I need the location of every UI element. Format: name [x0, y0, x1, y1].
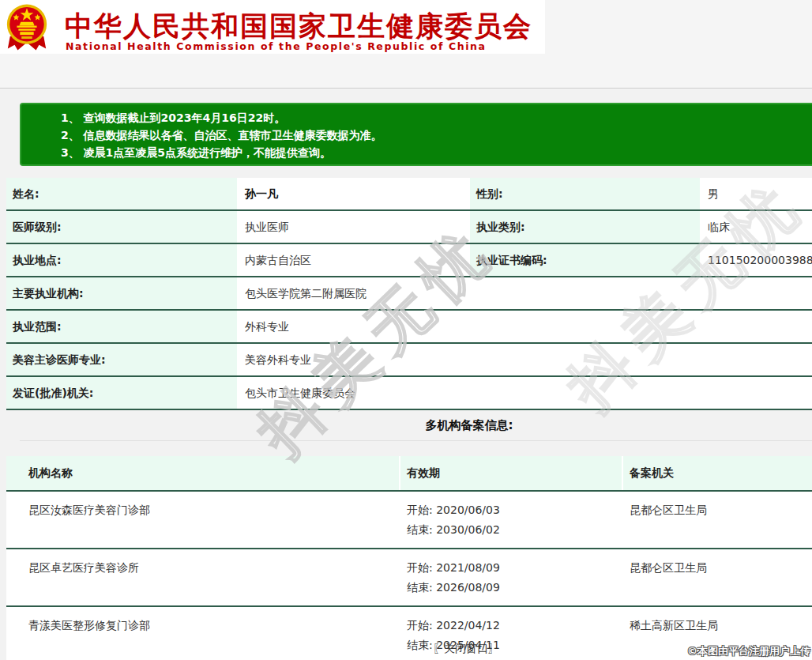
header: 中华人民共和国国家卫生健康委员会 National Health Commiss… [0, 0, 545, 54]
org-name: 昆区卓艺医疗美容诊所 [6, 549, 399, 605]
photo-credit-badge: ©本图由平台注册用户上传 [687, 644, 810, 658]
site-title-english: National Health Commission of the People… [66, 40, 539, 52]
validity-start: 开始: 2020/06/03 [407, 500, 615, 520]
column-header-org: 机构名称 [6, 456, 399, 490]
field-value: 执业医师 [239, 211, 468, 243]
field-label: 性别: [470, 178, 700, 209]
field-label: 医师级别: [6, 211, 237, 243]
multi-org-section-title: 多机构备案信息: [6, 418, 812, 433]
field-value: 孙一凡 [239, 178, 468, 209]
field-label: 执业范围: [6, 311, 237, 342]
field-label: 主要执业机构: [6, 277, 237, 309]
field-value: 外科专业 [239, 311, 812, 342]
field-label: 美容主诊医师专业: [6, 344, 237, 375]
field-value: 110150200003988 [701, 244, 812, 276]
table-row: 发证(批准)机关: 包头市卫生健康委员会 [6, 377, 812, 410]
notice-line-3: 3、 凌晨1点至凌晨5点系统进行维护，不能提供查询。 [61, 144, 812, 161]
table-row: 主要执业机构: 包头医学院第二附属医院 [6, 277, 812, 311]
field-value: 包头市卫生健康委员会 [239, 377, 812, 409]
table-row: 医师级别: 执业医师 执业类别: 临床 [6, 211, 812, 244]
validity-end: 结束: 2030/06/02 [407, 520, 615, 540]
field-label: 执业类别: [470, 211, 700, 243]
table-row: 执业地点: 内蒙古自治区 执业证书编码: 110150200003988 [6, 244, 812, 277]
notice-line-2: 2、 信息数据结果以各省、自治区、直辖市卫生健康委数据为准。 [61, 126, 812, 144]
multi-org-table: 机构名称 有效期 备案机关 昆区汝森医疗美容门诊部 开始: 2020/06/03… [6, 456, 812, 660]
validity-period: 开始: 2021/08/09 结束: 2026/08/09 [400, 549, 622, 605]
org-name: 昆区汝森医疗美容门诊部 [6, 492, 399, 548]
column-header-validity: 有效期 [400, 456, 622, 490]
notice-box: 1、 查询数据截止到2023年4月16日22时。 2、 信息数据结果以各省、自治… [20, 103, 812, 166]
field-value: 美容外科专业 [239, 344, 812, 375]
table-row: 美容主诊医师专业: 美容外科专业 [6, 344, 812, 377]
table-header-row: 机构名称 有效期 备案机关 [6, 456, 812, 492]
table-row: 执业范围: 外科专业 [6, 311, 812, 344]
validity-start: 开始: 2022/04/12 [407, 616, 615, 635]
doctor-info-table: 姓名: 孙一凡 性别: 男 医师级别: 执业医师 执业类别: 临床 执业地点: … [6, 178, 812, 410]
table-row: 姓名: 孙一凡 性别: 男 [6, 178, 812, 211]
field-value: 男 [701, 178, 812, 209]
china-national-emblem-icon [4, 2, 50, 52]
registering-authority: 昆都仑区卫生局 [623, 492, 812, 548]
validity-start: 开始: 2021/08/09 [407, 558, 615, 578]
site-title-chinese: 中华人民共和国国家卫生健康委员会 [65, 8, 539, 45]
registering-authority: 昆都仑区卫生局 [623, 549, 812, 605]
column-header-authority: 备案机关 [623, 456, 812, 490]
validity-period: 开始: 2020/06/03 结束: 2030/06/02 [400, 492, 622, 548]
field-label: 发证(批准)机关: [6, 377, 237, 409]
validity-end: 结束: 2026/08/09 [407, 578, 615, 598]
section-divider [20, 440, 812, 441]
field-label: 执业地点: [6, 244, 237, 276]
field-label: 姓名: [6, 178, 237, 209]
table-row: 昆区卓艺医疗美容诊所 开始: 2021/08/09 结束: 2026/08/09… [6, 549, 812, 607]
field-value: 包头医学院第二附属医院 [239, 277, 812, 309]
field-value: 内蒙古自治区 [239, 244, 468, 276]
table-row: 昆区汝森医疗美容门诊部 开始: 2020/06/03 结束: 2030/06/0… [6, 492, 812, 549]
header-divider [0, 88, 812, 89]
field-value: 临床 [701, 211, 812, 243]
close-window-link[interactable]: 〖关闭窗口〗 [433, 642, 499, 654]
page: 中华人民共和国国家卫生健康委员会 National Health Commiss… [0, 0, 812, 660]
notice-line-1: 1、 查询数据截止到2023年4月16日22时。 [61, 109, 812, 126]
field-label: 执业证书编码: [470, 244, 700, 276]
